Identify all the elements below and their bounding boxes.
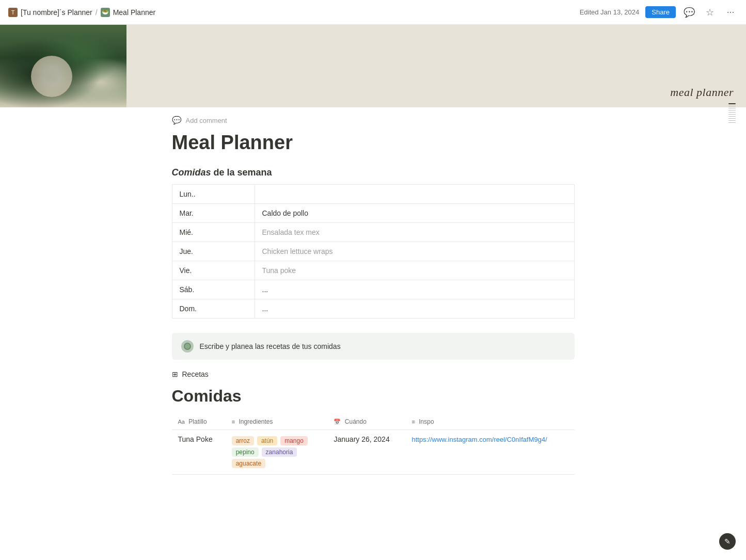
heading-rest: de la semana — [211, 167, 272, 178]
edit-icon: ✎ — [724, 537, 731, 546]
table-row[interactable]: Sáb. ... — [172, 280, 574, 299]
day-label: Lun.. — [172, 184, 255, 203]
table-row[interactable]: Jue. Chicken lettuce wraps — [172, 242, 574, 261]
database-title: Comidas — [172, 387, 575, 406]
control-dash-3 — [728, 108, 736, 108]
page-title: Meal Planner — [172, 131, 575, 155]
tag-atun[interactable]: atún — [257, 436, 277, 445]
nav-right-actions: Edited Jan 13, 2024 Share 💬 ☆ ··· — [580, 5, 738, 20]
control-dash-2 — [728, 106, 736, 106]
control-dash-5 — [728, 112, 736, 113]
control-dash-1 — [728, 103, 736, 104]
control-dash-7 — [728, 116, 736, 117]
day-label: Mié. — [172, 222, 255, 242]
banner-text: meal planner — [670, 86, 734, 99]
cuando-col-label: Cuándo — [345, 418, 367, 425]
current-page-icon: 🥗 — [101, 8, 110, 17]
tag-pepino[interactable]: pepino — [232, 447, 259, 457]
ingredientes-col-icon: ≡ — [232, 419, 235, 425]
meal-cell[interactable]: Caldo de pollo — [255, 203, 574, 222]
day-label: Vie. — [172, 261, 255, 280]
star-icon: ☆ — [706, 7, 714, 18]
tag-aguacate[interactable]: aguacate — [232, 459, 265, 468]
control-dash-10 — [728, 122, 736, 123]
tag-arroz[interactable]: arroz — [232, 436, 254, 445]
section-heading: Comidas de la semana — [172, 167, 575, 178]
bottom-right-icon[interactable]: ✎ — [719, 533, 736, 550]
more-icon: ··· — [726, 7, 734, 18]
table-icon: ⊞ — [172, 370, 178, 378]
cuando-cell[interactable]: January 26, 2024 — [327, 429, 405, 474]
ingredientes-col-label: Ingredientes — [239, 418, 273, 425]
table-row[interactable]: Mar. Caldo de pollo — [172, 203, 574, 222]
heading-italic: Comidas — [172, 167, 211, 178]
meal-cell[interactable]: Ensalada tex mex — [255, 222, 574, 242]
database-table: Aa Platillo ≡ Ingredientes 📅 Cuándo ≡ In… — [172, 414, 575, 475]
breadcrumb-separator: / — [96, 8, 98, 17]
add-comment-row[interactable]: 💬 Add comment — [172, 116, 575, 125]
cuando-col-icon: 📅 — [334, 419, 341, 425]
top-nav: T [Tu nombre]´s Planner / 🥗 Meal Planner… — [0, 0, 746, 25]
weekly-table: Lun.. Mar. Caldo de pollo Mié. Ensalada … — [172, 184, 575, 318]
favorite-button[interactable]: ☆ — [703, 5, 717, 20]
control-dash-6 — [728, 114, 736, 115]
breadcrumb-parent[interactable]: [Tu nombre]´s Planner — [21, 8, 92, 17]
col-inspo[interactable]: ≡ Inspo — [405, 414, 574, 430]
callout-icon-inner — [184, 343, 191, 350]
date-value: January 26, 2024 — [334, 435, 389, 443]
table-row[interactable]: Mié. Ensalada tex mex — [172, 222, 574, 242]
col-ingredientes[interactable]: ≡ Ingredientes — [226, 414, 328, 430]
platillo-col-icon: Aa — [178, 419, 185, 425]
recetas-row[interactable]: ⊞ Recetas — [172, 370, 575, 378]
meal-cell[interactable]: ... — [255, 299, 574, 318]
inspo-cell[interactable]: https://www.instagram.com/reel/C0nIfafM9… — [405, 429, 574, 474]
callout-icon — [181, 340, 194, 353]
banner-image-inner — [0, 25, 126, 107]
banner-image — [0, 25, 126, 107]
meal-cell[interactable]: ... — [255, 280, 574, 299]
tag-zanahoria[interactable]: zanahoria — [262, 447, 297, 457]
tag-mango[interactable]: mango — [280, 436, 308, 445]
day-label: Mar. — [172, 203, 255, 222]
comment-icon: 💬 — [684, 7, 695, 18]
recetas-label[interactable]: Recetas — [182, 370, 209, 378]
inspo-col-label: Inspo — [419, 418, 434, 425]
callout-text: Escribe y planea las recetas de tus comi… — [200, 342, 341, 350]
table-row[interactable]: Lun.. — [172, 184, 574, 203]
platillo-cell[interactable]: Tuna Poke — [172, 429, 226, 474]
control-dash-9 — [728, 120, 736, 121]
parent-page-icon: T — [8, 8, 18, 17]
comment-icon: 💬 — [172, 116, 182, 125]
breadcrumb-current[interactable]: Meal Planner — [113, 8, 156, 17]
table-header-row: Aa Platillo ≡ Ingredientes 📅 Cuándo ≡ In… — [172, 414, 575, 430]
edited-label: Edited Jan 13, 2024 — [580, 8, 640, 16]
ingredientes-cell[interactable]: arroz atún mango pepino zanahoria aguaca… — [226, 429, 328, 474]
table-row[interactable]: Tuna Poke arroz atún mango pepino zanaho… — [172, 429, 575, 474]
more-options-button[interactable]: ··· — [723, 5, 738, 20]
platillo-value: Tuna Poke — [178, 435, 213, 443]
platillo-col-label: Platillo — [188, 418, 207, 425]
inspo-col-icon: ≡ — [411, 419, 415, 425]
table-row[interactable]: Dom. ... — [172, 299, 574, 318]
breadcrumb: T [Tu nombre]´s Planner / 🥗 Meal Planner — [8, 8, 155, 17]
control-dash-8 — [728, 118, 736, 119]
inspo-link[interactable]: https://www.instagram.com/reel/C0nIfafM9… — [411, 436, 547, 443]
comments-button[interactable]: 💬 — [682, 5, 696, 20]
page-content: 💬 Add comment Meal Planner Comidas de la… — [141, 107, 606, 506]
day-label: Sáb. — [172, 280, 255, 299]
day-label: Dom. — [172, 299, 255, 318]
meal-cell[interactable]: Chicken lettuce wraps — [255, 242, 574, 261]
day-label: Jue. — [172, 242, 255, 261]
page-banner: meal planner — [0, 25, 746, 107]
add-comment-label[interactable]: Add comment — [186, 117, 227, 124]
meal-cell[interactable] — [255, 184, 574, 203]
right-controls — [728, 103, 736, 123]
meal-cell[interactable]: Tuna poke — [255, 261, 574, 280]
control-dash-4 — [728, 110, 736, 110]
callout-block: Escribe y planea las recetas de tus comi… — [172, 333, 575, 360]
col-platillo[interactable]: Aa Platillo — [172, 414, 226, 430]
share-button[interactable]: Share — [645, 6, 676, 18]
table-row[interactable]: Vie. Tuna poke — [172, 261, 574, 280]
col-cuando[interactable]: 📅 Cuándo — [327, 414, 405, 430]
